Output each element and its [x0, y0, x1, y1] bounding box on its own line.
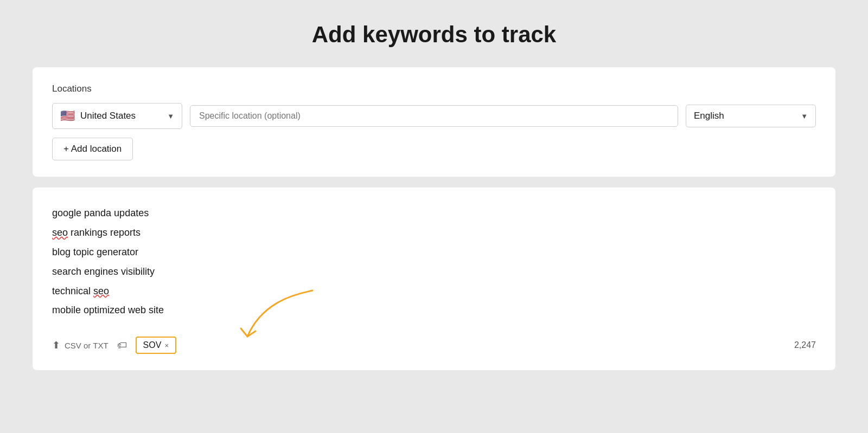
- sov-close-button[interactable]: ×: [164, 341, 169, 350]
- list-item: google panda updates: [52, 204, 816, 223]
- keywords-card: google panda updates seo rankings report…: [33, 188, 835, 370]
- tag-icon: 🏷: [117, 340, 127, 351]
- page-title: Add keywords to track: [312, 22, 556, 48]
- locations-card: Locations 🇺🇸 United States ▼ English ▼ +…: [33, 67, 835, 177]
- language-chevron-icon: ▼: [801, 112, 808, 120]
- list-item: blog topic generator: [52, 243, 816, 262]
- list-item: search engines visibility: [52, 262, 816, 282]
- keyword-count: 2,247: [794, 340, 816, 350]
- country-select-inner: 🇺🇸 United States: [60, 109, 136, 123]
- add-location-button[interactable]: + Add location: [52, 138, 133, 160]
- country-select[interactable]: 🇺🇸 United States ▼: [52, 103, 182, 129]
- list-item: technical seo: [52, 282, 816, 301]
- list-item: seo rankings reports: [52, 223, 816, 243]
- language-select[interactable]: English ▼: [686, 105, 816, 127]
- language-name: English: [694, 111, 724, 121]
- keywords-footer-wrapper: ⬆ CSV or TXT 🏷 SOV × 2,247: [52, 337, 816, 354]
- upload-icon: ⬆: [52, 339, 60, 351]
- keyword-seo: seo: [52, 227, 68, 238]
- country-flag: 🇺🇸: [60, 109, 75, 123]
- locations-section-label: Locations: [52, 83, 816, 94]
- keywords-list: google panda updates seo rankings report…: [52, 204, 816, 320]
- csv-label: CSV or TXT: [65, 341, 108, 350]
- list-item: mobile optimized web site: [52, 301, 816, 320]
- chevron-down-icon: ▼: [167, 112, 174, 120]
- sov-label: SOV: [143, 340, 162, 350]
- sov-tag[interactable]: SOV ×: [136, 337, 176, 354]
- keyword-seo2: seo: [93, 286, 109, 296]
- keywords-footer: ⬆ CSV or TXT 🏷 SOV × 2,247: [52, 337, 816, 354]
- specific-location-input[interactable]: [190, 105, 678, 127]
- country-name: United States: [80, 111, 136, 121]
- locations-row: 🇺🇸 United States ▼ English ▼: [52, 103, 816, 129]
- csv-upload-button[interactable]: ⬆ CSV or TXT: [52, 339, 108, 351]
